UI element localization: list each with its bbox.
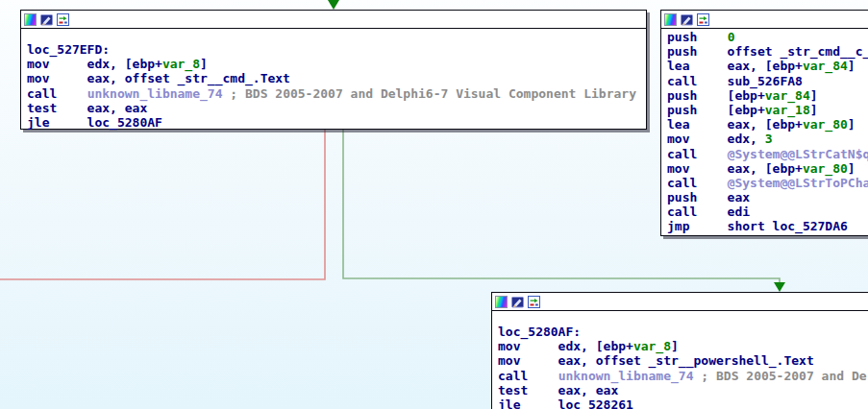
node-titlebar[interactable] [661,11,868,29]
asm-code: loc_527EFD:mov edx, [ebp+var_8]mov eax, … [21,29,646,130]
asm-token-navy: mov edx, [ebp+ [27,57,162,71]
asm-token-green: var_8 [633,339,671,353]
asm-token-navy: ] [810,103,818,117]
asm-line[interactable]: push [ebp+var_18] [667,103,868,117]
asm-token-navy: call [667,176,728,190]
asm-line[interactable]: lea eax, [ebp+var_80] [667,117,868,132]
asm-token-lib: unknown_libname_74 [87,86,223,101]
asm-token-navy: push [667,30,728,44]
asm-token-green: 3 [765,132,773,146]
basic-block-push[interactable]: push 0push offset _str_cmd__c_lea eax, [… [660,10,868,236]
asm-token-navy: ] [200,57,208,71]
graph-canvas[interactable]: loc_527EFD:mov edx, [ebp+var_8]mov eax, … [0,0,868,409]
asm-line[interactable]: call unknown_libname_74 ; BDS 2005-2007 … [498,369,868,383]
asm-line[interactable]: push eax [667,190,868,204]
asm-line[interactable]: jle loc_5280AF [27,115,646,130]
asm-line[interactable]: loc_527EFD: [27,42,646,57]
asm-line[interactable]: mov edx, [ebp+var_8] [27,57,646,71]
asm-token-navy: jle loc_528261 [498,397,633,409]
node-titlebar[interactable] [21,11,646,29]
asm-token-navy: ] [848,117,856,132]
asm-token-navy: jmp short loc_527DA6 [667,219,848,233]
asm-line[interactable]: push offset _str_cmd__c_ [667,44,868,59]
asm-token-navy: loc_527EFD: [27,42,110,57]
set-node-color-icon[interactable] [24,13,37,26]
asm-line[interactable]: test eax, eax [27,101,646,115]
asm-code: push 0push offset _str_cmd__c_lea eax, [… [661,29,868,234]
asm-line[interactable]: call unknown_libname_74 ; BDS 2005-2007 … [27,86,646,101]
basic-block-loc_5280AF[interactable]: loc_5280AF:mov edx, [ebp+var_8]mov eax, … [491,292,868,409]
asm-token-navy: mov edx, [667,132,765,146]
asm-line[interactable]: call sub_526FA8 [667,74,868,88]
edit-icon[interactable] [40,13,53,26]
asm-token-comment: ; BDS 2005-2007 and De [694,369,867,383]
sync-group-icon[interactable] [697,13,709,26]
asm-token-navy: call [498,369,558,383]
asm-token-navy: loc_5280AF: [498,325,581,339]
asm-token-lib: @System@@LStrToPCha [728,176,868,190]
asm-line[interactable]: push 0 [667,30,868,44]
asm-line[interactable]: push [ebp+var_84] [667,88,868,103]
asm-token-green: var_80 [803,117,848,132]
asm-line[interactable]: mov edx, [ebp+var_8] [498,339,868,353]
asm-line[interactable]: mov edx, 3 [667,132,868,146]
asm-line[interactable]: lea eax, [ebp+var_84] [667,59,868,73]
asm-token-navy: push eax [667,190,750,204]
asm-token-green: var_84 [803,59,848,73]
asm-line[interactable]: test eax, eax [498,383,868,397]
edit-icon[interactable] [511,296,524,308]
asm-code: loc_5280AF:mov edx, [ebp+var_8]mov eax, … [492,311,868,409]
asm-token-navy: call edi [667,204,750,219]
asm-token-navy: ] [671,339,679,353]
asm-line[interactable]: call @System@@LStrCatN$q [667,147,868,161]
asm-token-lib: unknown_libname_74 [558,369,694,383]
asm-token-navy: call [27,86,87,101]
entry-arrowhead [328,0,339,10]
asm-token-green: var_84 [765,88,810,103]
asm-line[interactable]: loc_5280AF: [498,325,868,339]
asm-token-navy: ] [848,59,856,73]
node-titlebar[interactable] [492,293,868,311]
asm-token-navy: mov eax, offset _str__cmd_.Text [27,71,290,85]
asm-token-navy: call sub_526FA8 [667,74,803,88]
asm-token-navy: ] [848,161,856,176]
asm-line[interactable]: mov eax, [ebp+var_80] [667,161,868,176]
asm-line[interactable]: jle loc_528261 [498,397,868,409]
asm-token-navy: mov edx, [ebp+ [498,339,633,353]
asm-token-green: var_8 [162,57,200,71]
taken-arrowhead [774,282,785,292]
asm-token-navy: push [ebp+ [667,88,765,103]
set-node-color-icon[interactable] [664,13,677,26]
asm-token-navy: push [ebp+ [667,103,765,117]
asm-token-navy: jle loc_5280AF [27,115,162,130]
asm-token-navy: test eax, eax [27,101,147,115]
asm-token-navy: mov eax, offset _str__powershell_.Text [498,353,814,368]
asm-token-navy: lea eax, [ebp+ [667,117,803,132]
asm-token-navy: ] [810,88,818,103]
asm-token-navy: call [667,147,728,161]
edge-jump-not-taken [0,130,325,279]
asm-token-navy: test eax, eax [498,383,618,397]
asm-token-green: var_80 [803,161,848,176]
asm-line[interactable]: mov eax, offset _str__powershell_.Text [498,353,868,368]
asm-token-comment: ; BDS 2005-2007 and Delphi6-7 Visual Com… [223,86,636,101]
sync-group-icon[interactable] [528,296,540,308]
set-node-color-icon[interactable] [495,296,508,308]
asm-token-navy: push offset _str_cmd__c_ [667,44,868,59]
asm-line[interactable]: mov eax, offset _str__cmd_.Text [27,71,646,85]
asm-token-green: var_18 [765,103,810,117]
asm-line[interactable]: call @System@@LStrToPCha [667,176,868,190]
asm-line[interactable]: call edi [667,204,868,219]
asm-token-lib: @System@@LStrCatN$q [728,147,868,161]
asm-token-green: 0 [728,30,735,44]
asm-line[interactable]: jmp short loc_527DA6 [667,219,868,233]
asm-token-navy: mov eax, [ebp+ [667,161,803,176]
sync-group-icon[interactable] [57,13,69,26]
asm-token-navy: lea eax, [ebp+ [667,59,803,73]
basic-block-loc_527EFD[interactable]: loc_527EFD:mov edx, [ebp+var_8]mov eax, … [20,10,647,130]
edit-icon[interactable] [681,13,693,26]
